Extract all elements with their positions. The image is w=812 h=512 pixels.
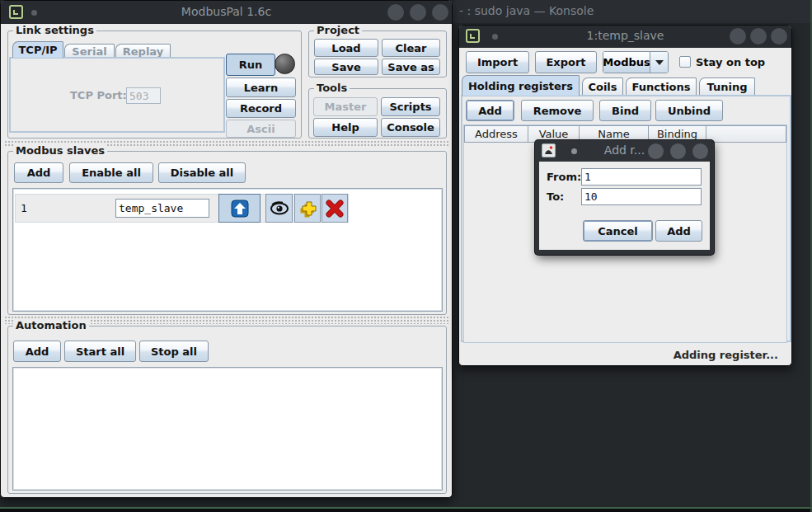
slave-enable-toggle[interactable]: [218, 194, 260, 223]
modbuspal-titlebar[interactable]: ModbusPal 1.6c: [1, 1, 452, 24]
konsole-titlebar[interactable]: - : sudo java — Konsole: [453, 0, 812, 23]
modbus-slaves-title: Modbus slaves: [13, 144, 107, 157]
disable-all-button[interactable]: Disable all: [158, 162, 246, 183]
tab-replay[interactable]: Replay: [115, 44, 171, 58]
tab-coils[interactable]: Coils: [582, 78, 623, 96]
maximize-button[interactable]: [750, 28, 767, 45]
close-button[interactable]: [692, 143, 708, 159]
tab-tuning[interactable]: Tuning: [699, 78, 755, 96]
mode-select[interactable]: Modbus: [603, 51, 669, 73]
close-button[interactable]: [771, 28, 787, 45]
arrow-up-icon: [230, 199, 250, 218]
add-registers-dialog: Add r... From: To: Cancel Add: [535, 140, 714, 255]
header-address[interactable]: Address: [464, 125, 528, 143]
dialog-title: Add r...: [535, 143, 714, 157]
chevron-down-icon: [650, 52, 668, 73]
master-button[interactable]: Master: [313, 97, 378, 116]
import-button[interactable]: Import: [466, 51, 529, 73]
plus-icon: [298, 200, 317, 218]
automation-list-panel: [12, 367, 443, 491]
konsole-title: - : sudo java — Konsole: [459, 4, 594, 17]
start-all-button[interactable]: Start all: [64, 341, 136, 362]
link-settings-title: Link settings: [13, 24, 96, 36]
maximize-button[interactable]: [670, 143, 686, 159]
tab-tcpip[interactable]: TCP/IP: [12, 41, 63, 58]
ascii-button[interactable]: Ascii: [226, 120, 296, 138]
stay-on-top-label: Stay on top: [696, 56, 765, 68]
add-slave-button[interactable]: Add: [14, 162, 63, 183]
stop-all-button[interactable]: Stop all: [139, 341, 209, 362]
add-automation-button[interactable]: Add: [13, 341, 61, 362]
minimize-button[interactable]: [648, 143, 664, 159]
cancel-button[interactable]: Cancel: [583, 220, 653, 242]
bind-button[interactable]: Bind: [599, 100, 651, 121]
status-text: Adding register...: [674, 349, 778, 361]
header-filler: [706, 125, 786, 143]
minimize-button[interactable]: [387, 4, 404, 21]
save-button[interactable]: Save: [314, 59, 378, 75]
tab-functions[interactable]: Functions: [626, 78, 697, 96]
run-button[interactable]: Run: [226, 54, 275, 76]
scripts-button[interactable]: Scripts: [381, 97, 440, 116]
eye-icon: [270, 201, 289, 215]
enable-all-button[interactable]: Enable all: [69, 162, 153, 183]
window-title: ModbusPal 1.6c: [1, 5, 452, 18]
close-button[interactable]: [432, 4, 448, 21]
dialog-content: From: To: Cancel Add: [539, 162, 710, 250]
to-label: To:: [547, 190, 564, 203]
slave-name-field[interactable]: [115, 199, 209, 218]
link-status-led-icon: [275, 54, 295, 74]
record-button[interactable]: Record: [226, 99, 296, 118]
desktop: - : sudo java — Konsole ModbusPal 1.6c L…: [0, 0, 812, 512]
dialog-add-button[interactable]: Add: [655, 220, 702, 242]
export-button[interactable]: Export: [535, 51, 597, 73]
slave-id: 1: [21, 202, 27, 214]
automation-title: Automation: [13, 319, 89, 331]
temp-slave-titlebar[interactable]: 1:temp_slave: [459, 26, 791, 48]
minimize-button[interactable]: [730, 28, 746, 45]
tab-serial[interactable]: Serial: [64, 44, 115, 58]
tcp-port-field[interactable]: [126, 87, 161, 104]
add-register-button[interactable]: Add: [466, 100, 514, 121]
screen-edge: [0, 509, 812, 512]
load-button[interactable]: Load: [314, 39, 378, 57]
slave-duplicate-button[interactable]: [294, 194, 321, 223]
delete-x-icon: [326, 200, 344, 218]
to-field[interactable]: [581, 188, 702, 205]
project-title: Project: [314, 24, 362, 36]
stay-on-top-checkbox[interactable]: [679, 56, 691, 68]
slave-view-button[interactable]: [265, 194, 293, 223]
learn-button[interactable]: Learn: [226, 78, 296, 97]
save-as-button[interactable]: Save as: [382, 59, 440, 75]
tab-holding-registers[interactable]: Holding registers: [462, 75, 580, 96]
maximize-button[interactable]: [410, 4, 426, 21]
tools-title: Tools: [314, 82, 350, 94]
tcp-port-label: TCP Port:: [70, 89, 127, 101]
help-button[interactable]: Help: [313, 118, 378, 137]
unbind-button[interactable]: Unbind: [655, 100, 723, 121]
remove-register-button[interactable]: Remove: [521, 100, 594, 121]
console-button[interactable]: Console: [381, 118, 440, 137]
mode-select-value: Modbus: [603, 52, 650, 73]
modbuspal-window: ModbusPal 1.6c Link settings TCP/IP Seri…: [0, 0, 453, 498]
clear-button[interactable]: Clear: [382, 39, 440, 57]
from-label: From:: [547, 171, 581, 183]
from-field[interactable]: [581, 168, 702, 186]
slave-delete-button[interactable]: [322, 194, 348, 223]
